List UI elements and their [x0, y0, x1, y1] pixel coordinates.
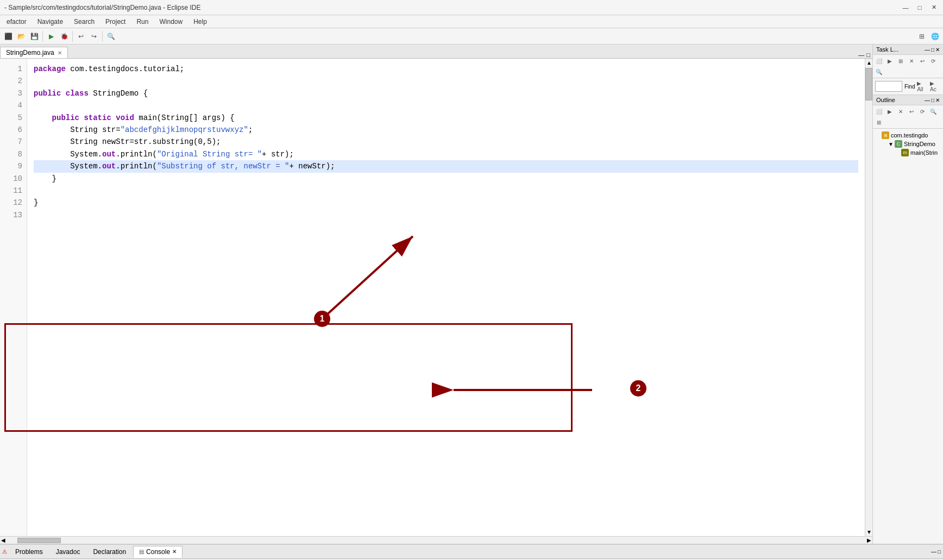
task-btn7[interactable]: 🔍: [874, 67, 884, 77]
outline-btn7[interactable]: ⊞: [874, 117, 884, 127]
console-tabs: ⚠ Problems Javadoc Declaration ▤ Console…: [0, 545, 943, 559]
code-line-10: }: [34, 173, 858, 185]
new-btn[interactable]: ⬛: [2, 30, 14, 42]
console-icon: ▤: [139, 549, 144, 555]
find-ac-btn[interactable]: ▶ Ac: [930, 80, 941, 92]
outline-package-label: com.testingdo: [891, 132, 928, 139]
outline-toolbar: ⬜ ▶ ✕ ↩ ⟳ 🔍 ⊞: [873, 105, 943, 129]
menu-bar: efactor Navigate Search Project Run Wind…: [0, 15, 943, 28]
run-btn[interactable]: ▶: [45, 30, 57, 42]
class-icon: C: [895, 140, 902, 148]
menu-navigate[interactable]: Navigate: [33, 17, 67, 27]
code-editor[interactable]: 1 2 3 4 5 6 7 8 9 10 11 12 13 package co…: [0, 59, 872, 536]
tab-console-label: Console: [146, 548, 170, 556]
console-max-btn[interactable]: □: [938, 549, 941, 555]
tab-javadoc[interactable]: Javadoc: [50, 546, 86, 558]
tab-declaration[interactable]: Declaration: [87, 546, 132, 558]
perspectives-btn[interactable]: ⊞: [916, 30, 928, 42]
outline-item-package[interactable]: ⊞ com.testingdo: [875, 131, 941, 140]
editor-vscrollbar[interactable]: ▲ ▼: [865, 59, 872, 536]
outline-item-method[interactable]: m main(Strin: [875, 148, 941, 157]
hscroll-thumb[interactable]: [17, 538, 61, 543]
class-expand-icon: ▼: [888, 141, 894, 147]
console-min-btn[interactable]: —: [931, 549, 936, 555]
tab-filename: StringDemo.java: [6, 49, 54, 56]
scroll-down-btn[interactable]: ▼: [865, 528, 872, 536]
outline-btn5[interactable]: ⟳: [917, 106, 927, 116]
task-min-btn[interactable]: —: [925, 47, 930, 53]
badge-2: 2: [630, 380, 646, 397]
close-btn[interactable]: ✕: [929, 3, 939, 12]
tab-console[interactable]: ▤ Console ✕: [133, 546, 183, 558]
menu-run[interactable]: Run: [132, 17, 153, 27]
task-btn3[interactable]: ⊞: [896, 56, 906, 66]
code-line-8: System.out.println("Original String str=…: [34, 148, 858, 160]
tab-close-icon[interactable]: ✕: [58, 50, 62, 56]
outline-btn3[interactable]: ✕: [896, 106, 906, 116]
outline-min-btn[interactable]: —: [925, 97, 930, 103]
console-tab-close[interactable]: ✕: [172, 549, 177, 555]
open-btn[interactable]: 📂: [15, 30, 27, 42]
task-btn4[interactable]: ✕: [907, 56, 916, 66]
save-btn[interactable]: 💾: [28, 30, 40, 42]
hscroll-left-btn[interactable]: ◀: [0, 537, 7, 543]
task-close-btn[interactable]: ✕: [935, 47, 940, 53]
sep2: [72, 31, 73, 42]
editor-tabs: StringDemo.java ✕ — □: [0, 45, 872, 59]
code-line-7: String newStr=str.substring(0,5);: [34, 136, 858, 148]
search-toolbar-btn[interactable]: 🔍: [105, 30, 117, 42]
scroll-thumb[interactable]: [865, 68, 872, 100]
task-btn2[interactable]: ▶: [885, 56, 895, 66]
task-btn5[interactable]: ↩: [917, 56, 927, 66]
method-icon: m: [901, 149, 909, 156]
outline-max-btn[interactable]: □: [931, 97, 934, 103]
main-layout: StringDemo.java ✕ — □ 1 2 3 4 5 6 7: [0, 45, 943, 544]
sep3: [102, 31, 103, 42]
find-row: Find ▶ All ▶ Ac: [873, 78, 943, 95]
workspace-btn[interactable]: 🌐: [929, 30, 941, 42]
minimize-btn[interactable]: —: [901, 3, 910, 12]
tab-problems-label: Problems: [15, 548, 43, 556]
undo-btn[interactable]: ↩: [75, 30, 87, 42]
menu-project[interactable]: Project: [101, 17, 130, 27]
badge-1: 1: [314, 311, 330, 327]
redo-btn[interactable]: ↪: [88, 30, 100, 42]
tab-declaration-label: Declaration: [93, 548, 126, 556]
code-line-1: package com.testingdocs.tutorial;: [34, 63, 858, 75]
right-panel: Task L... — □ ✕ ⬜ ▶ ⊞ ✕ ↩ ⟳ 🔍 Find ▶ All…: [872, 45, 943, 544]
maximize-btn[interactable]: □: [915, 3, 925, 12]
title-text: - Sample/src/com/testingdocs/tutorial/St…: [4, 4, 200, 11]
hscroll-right-btn[interactable]: ▶: [866, 537, 872, 543]
task-panel-title: Task L...: [876, 46, 898, 53]
find-input[interactable]: [875, 81, 902, 92]
outline-btn1[interactable]: ⬜: [874, 106, 884, 116]
editor-min-btn[interactable]: —: [858, 52, 864, 58]
code-content[interactable]: package com.testingdocs.tutorial; public…: [27, 59, 865, 536]
task-max-btn[interactable]: □: [931, 47, 934, 53]
menu-search[interactable]: Search: [70, 17, 99, 27]
task-panel-header: Task L... — □ ✕: [873, 45, 943, 55]
outline-btn6[interactable]: 🔍: [928, 106, 938, 116]
outline-btn2[interactable]: ▶: [885, 106, 895, 116]
editor-max-btn[interactable]: □: [866, 52, 870, 58]
code-line-6: String str="abcdefghijklmnopqrstuvwxyz";: [34, 124, 858, 136]
task-btn6[interactable]: ⟳: [928, 56, 938, 66]
tab-problems[interactable]: Problems: [9, 546, 49, 558]
find-all-btn[interactable]: ▶ All: [917, 80, 928, 92]
package-icon: ⊞: [882, 131, 889, 139]
code-line-9: System.out.println("Substring of str, ne…: [34, 160, 858, 172]
tab-javadoc-label: Javadoc: [56, 548, 80, 556]
scroll-up-btn[interactable]: ▲: [865, 59, 872, 67]
menu-refactor[interactable]: efactor: [2, 17, 31, 27]
debug-btn[interactable]: 🐞: [58, 30, 70, 42]
code-line-13: [34, 209, 858, 221]
menu-window[interactable]: Window: [155, 17, 187, 27]
outline-btn4[interactable]: ↩: [907, 106, 916, 116]
task-btn1[interactable]: ⬜: [874, 56, 884, 66]
outline-close-btn[interactable]: ✕: [935, 97, 940, 103]
code-line-12: }: [34, 197, 858, 209]
editor-tab-stringdemo[interactable]: StringDemo.java ✕: [0, 47, 68, 58]
editor-hscrollbar[interactable]: ◀ ▶: [0, 536, 872, 544]
outline-item-class[interactable]: ▼ C StringDemo: [875, 140, 941, 148]
menu-help[interactable]: Help: [189, 17, 211, 27]
